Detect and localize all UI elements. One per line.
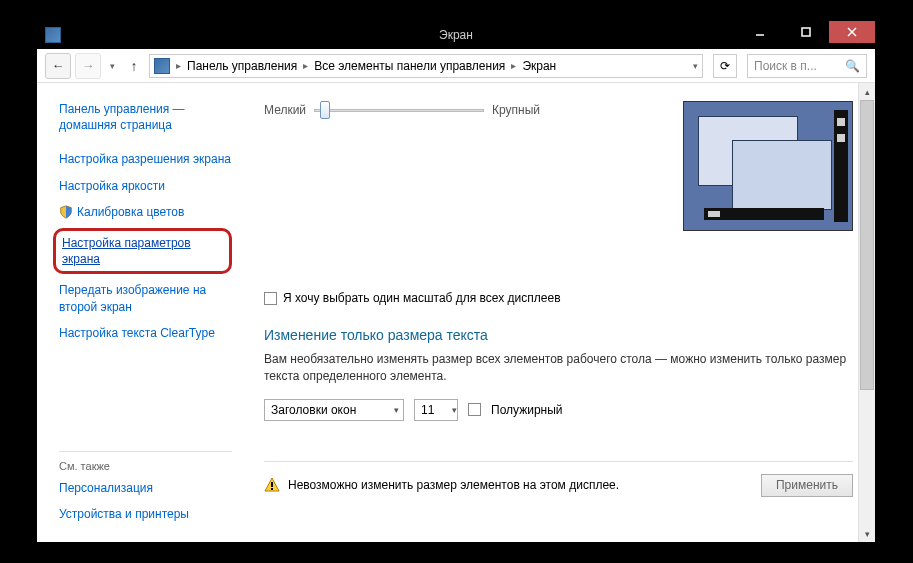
svg-rect-1: [802, 28, 810, 36]
bold-checkbox[interactable]: [468, 403, 481, 416]
slider-thumb[interactable]: [320, 101, 330, 119]
maximize-button[interactable]: [783, 21, 829, 43]
scale-slider[interactable]: [314, 101, 484, 119]
content-area: Панель управления — домашняя страница На…: [37, 83, 875, 542]
size-dropdown[interactable]: 11 ▾: [414, 399, 458, 421]
vertical-scrollbar[interactable]: ▴ ▾: [858, 83, 875, 542]
chevron-down-icon: ▾: [452, 405, 457, 415]
main-panel: Мелкий Крупный Я хочу выбрать один масш: [242, 83, 875, 542]
chevron-down-icon[interactable]: ▾: [693, 61, 698, 71]
breadcrumb-sep-icon: ▸: [511, 60, 516, 71]
search-placeholder: Поиск в п...: [754, 59, 817, 73]
window-title: Экран: [439, 28, 473, 42]
see-also-devices[interactable]: Устройства и принтеры: [59, 506, 232, 522]
uniform-scale-label[interactable]: Я хочу выбрать один масштаб для всех дис…: [283, 291, 561, 305]
sidebar-item-brightness[interactable]: Настройка яркости: [59, 178, 232, 194]
scroll-down-button[interactable]: ▾: [859, 525, 875, 542]
footer-row: Невозможно изменить размер элементов на …: [264, 474, 853, 497]
see-also-personalization[interactable]: Персонализация: [59, 480, 232, 496]
refresh-button[interactable]: ⟳: [713, 54, 737, 78]
window: Экран ← → ▾ ↑ ▸ Панель управления ▸ Все …: [36, 20, 876, 543]
apply-button[interactable]: Применить: [761, 474, 853, 497]
breadcrumb-item[interactable]: Все элементы панели управления: [314, 59, 505, 73]
breadcrumb-sep-icon: ▸: [303, 60, 308, 71]
preview-strip-icon: [834, 110, 848, 222]
location-icon: [154, 58, 170, 74]
text-size-controls: Заголовки окон ▾ 11 ▾ Полужирный: [264, 399, 853, 421]
chevron-down-icon: ▾: [110, 61, 115, 71]
forward-arrow-icon: →: [82, 58, 95, 73]
breadcrumb-item[interactable]: Панель управления: [187, 59, 297, 73]
scale-row: Мелкий Крупный: [264, 101, 853, 231]
scale-slider-group: Мелкий Крупный: [264, 101, 540, 119]
warning-icon: [264, 477, 280, 493]
element-dropdown[interactable]: Заголовки окон ▾: [264, 399, 404, 421]
search-input[interactable]: Поиск в п... 🔍: [747, 54, 867, 78]
scale-label-small: Мелкий: [264, 103, 306, 117]
monitor-preview: [683, 101, 853, 231]
navbar: ← → ▾ ↑ ▸ Панель управления ▸ Все элемен…: [37, 49, 875, 83]
see-also-title: См. также: [59, 460, 232, 472]
breadcrumb-item[interactable]: Экран: [522, 59, 556, 73]
sidebar-item-display-settings[interactable]: Настройка параметров экрана: [62, 235, 219, 267]
scale-label-large: Крупный: [492, 103, 540, 117]
address-bar[interactable]: ▸ Панель управления ▸ Все элементы панел…: [149, 54, 703, 78]
scrollbar-thumb[interactable]: [860, 100, 874, 390]
titlebar: Экран: [37, 21, 875, 49]
slider-track: [314, 109, 484, 112]
close-button[interactable]: [829, 21, 875, 43]
sidebar: Панель управления — домашняя страница На…: [37, 83, 242, 542]
search-icon: 🔍: [845, 59, 860, 73]
svg-rect-5: [271, 488, 273, 490]
chevron-down-icon: ▾: [394, 405, 399, 415]
back-arrow-icon: ←: [52, 58, 65, 73]
preview-taskbar-icon: [704, 208, 824, 220]
history-dropdown[interactable]: ▾: [105, 61, 119, 71]
sidebar-item-project[interactable]: Передать изображение на второй экран: [59, 282, 232, 314]
window-controls: [737, 21, 875, 49]
warning-text: Невозможно изменить размер элементов на …: [288, 478, 619, 492]
forward-button[interactable]: →: [75, 53, 101, 79]
sidebar-item-cleartype[interactable]: Настройка текста ClearType: [59, 325, 232, 341]
shield-icon: [59, 205, 73, 219]
sidebar-home-link[interactable]: Панель управления — домашняя страница: [59, 101, 232, 133]
size-dropdown-value: 11: [421, 403, 434, 417]
uniform-scale-checkbox[interactable]: [264, 292, 277, 305]
minimize-button[interactable]: [737, 21, 783, 43]
sidebar-item-calibration[interactable]: Калибровка цветов: [77, 204, 184, 220]
uniform-scale-checkbox-row: Я хочу выбрать один масштаб для всех дис…: [264, 291, 853, 305]
breadcrumb-sep-icon: ▸: [176, 60, 181, 71]
text-size-section-title: Изменение только размера текста: [264, 327, 853, 343]
text-size-section-desc: Вам необязательно изменять размер всех э…: [264, 351, 853, 385]
highlighted-sidebar-item: Настройка параметров экрана: [53, 228, 232, 274]
app-icon: [45, 27, 61, 43]
separator: [264, 461, 853, 462]
back-button[interactable]: ←: [45, 53, 71, 79]
scroll-up-button[interactable]: ▴: [859, 83, 875, 100]
up-arrow-icon: ↑: [131, 58, 138, 74]
element-dropdown-value: Заголовки окон: [271, 403, 356, 417]
see-also-section: См. также Персонализация Устройства и пр…: [59, 451, 232, 522]
refresh-icon: ⟳: [720, 59, 730, 73]
svg-rect-4: [271, 482, 273, 487]
sidebar-item-resolution[interactable]: Настройка разрешения экрана: [59, 151, 232, 167]
preview-window-icon: [732, 140, 832, 210]
bold-label[interactable]: Полужирный: [491, 403, 563, 417]
up-button[interactable]: ↑: [123, 55, 145, 77]
